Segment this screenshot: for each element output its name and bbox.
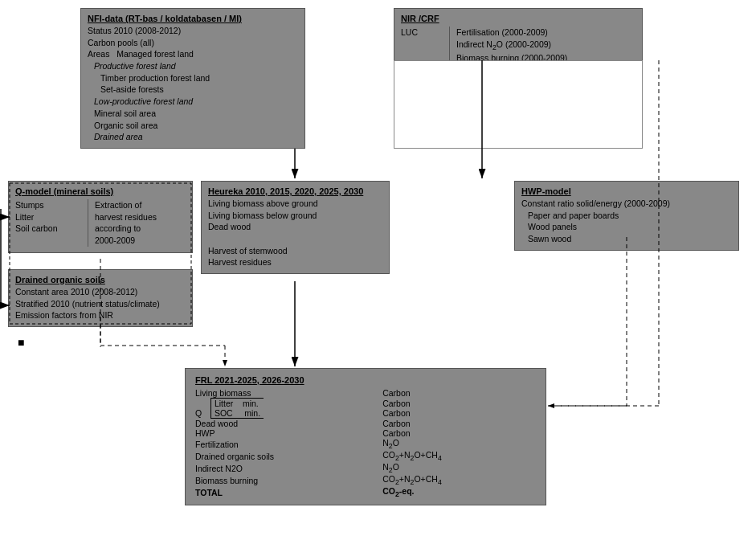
hwp-box: HWP-model Constant ratio solid/energy (2… xyxy=(514,181,739,251)
hwp-content: Constant ratio solid/energy (2000-2009) … xyxy=(521,198,732,245)
nfi-content: Status 2010 (2008-2012) Carbon pools (al… xyxy=(88,25,298,143)
qmodel-box: Q-model (mineral soils) Stumps Litter So… xyxy=(8,181,193,253)
diagram-container: NFI-data (RT-bas / koldatabasen / MI) St… xyxy=(0,0,756,540)
hwp-title: HWP-model xyxy=(521,186,732,196)
white-area xyxy=(394,60,643,149)
heureka-box: Heureka 2010, 2015, 2020, 2025, 2030 Liv… xyxy=(201,181,390,274)
heureka-content: Living biomass above ground Living bioma… xyxy=(208,198,382,268)
frl-box: FRL 2021-2025, 2026-2030 Living biomass … xyxy=(185,368,546,505)
dot-indicator: ■ xyxy=(18,336,24,349)
nir-title: NIR /CRF xyxy=(401,14,635,23)
qmodel-title: Q-model (mineral soils) xyxy=(15,186,186,196)
heureka-title: Heureka 2010, 2015, 2020, 2025, 2030 xyxy=(208,186,382,196)
drained-box: Drained organic soils Constant area 2010… xyxy=(8,269,193,327)
nfi-title: NFI-data (RT-bas / koldatabasen / MI) xyxy=(88,14,298,23)
frl-title: FRL 2021-2025, 2026-2030 xyxy=(195,375,536,385)
nir-luc: LUC xyxy=(401,27,449,39)
nfi-box: NFI-data (RT-bas / koldatabasen / MI) St… xyxy=(80,8,305,149)
frl-content: Living biomass Carbon Q Litter min. SOC … xyxy=(195,388,536,498)
drained-content: Constant area 2010 (2008-2012) Stratifie… xyxy=(15,286,186,321)
qmodel-content: Stumps Litter Soil carbon Extraction of … xyxy=(15,199,186,247)
drained-title: Drained organic soils xyxy=(15,275,186,284)
nir-items: Fertilisation (2000-2009) Indirect N2O (… xyxy=(456,27,567,64)
